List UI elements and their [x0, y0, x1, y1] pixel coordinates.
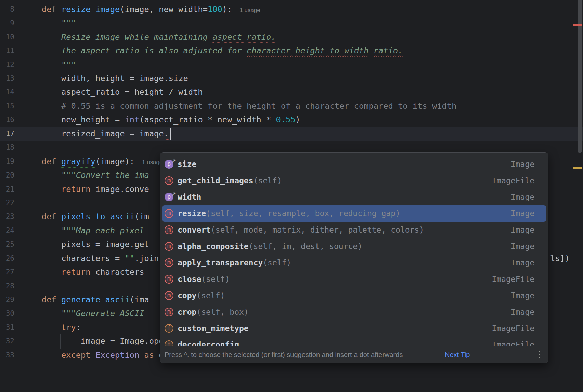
completion-item-type: ImageFile	[492, 320, 534, 337]
code-token: ):	[222, 4, 232, 14]
gutter-line-number[interactable]: 24	[0, 224, 41, 238]
code-token: width, height = image.size	[42, 74, 188, 83]
completion-item-params: (self)	[263, 258, 291, 267]
completion-item-close[interactable]: mclose(self)ImageFile	[162, 271, 546, 287]
gutter-line-number[interactable]: 16	[0, 113, 41, 127]
completion-item-size[interactable]: p↗sizeImage	[162, 156, 546, 172]
completion-item-type: Image	[511, 304, 534, 320]
completion-item-name: size	[178, 156, 196, 172]
code-token	[42, 184, 61, 194]
code-line-14[interactable]: aspect_ratio = height / width	[0, 85, 583, 99]
code-token: return	[61, 184, 91, 194]
gutter-line-number[interactable]: 25	[0, 237, 41, 251]
code-token: 100	[208, 4, 222, 14]
gutter-line-number[interactable]: 28	[0, 279, 41, 293]
gutter-line-number[interactable]: 19	[0, 155, 41, 169]
gutter-line-number[interactable]: 23	[0, 210, 41, 224]
property-arrow-icon: ↗	[171, 190, 176, 198]
property-icon: p↗	[165, 160, 173, 169]
completion-item-name: decoderconfig	[178, 337, 239, 346]
method-icon: m	[165, 242, 173, 251]
code-token: characters =	[42, 253, 125, 263]
code-line-13[interactable]: width, height = image.size	[0, 71, 583, 86]
next-tip-link[interactable]: Next Tip	[445, 346, 470, 363]
code-token: (aspect_ratio * new_width *	[139, 115, 276, 125]
gutter-line-number[interactable]: 27	[0, 265, 41, 279]
gutter-line-number[interactable]: 15	[0, 99, 41, 113]
code-line-16[interactable]: new_height = int(aspect_ratio * new_widt…	[0, 113, 583, 127]
completion-item-params: (self, im, dest, source)	[249, 242, 362, 251]
completion-item-get_child_images[interactable]: mget_child_images(self)ImageFile	[162, 172, 546, 189]
code-token: (image, new_width=	[120, 4, 208, 14]
completion-item-name: copy(self)	[178, 287, 225, 304]
scrollbar-thumb[interactable]	[578, 0, 582, 153]
gutter-line-number[interactable]: 30	[0, 306, 41, 321]
completion-item-params: (self)	[196, 291, 225, 300]
completion-item-type: ImageFile	[492, 271, 534, 287]
gutter-line-number[interactable]: 31	[0, 321, 41, 335]
gutter-line-number[interactable]: 18	[0, 141, 41, 155]
completion-item-type: ImageFile	[492, 172, 534, 189]
code-token: Exception	[95, 350, 139, 360]
code-line-12[interactable]: """	[0, 58, 583, 72]
gutter-line-number[interactable]: 17	[0, 127, 41, 141]
code-token	[56, 4, 61, 14]
completion-item-type: Image	[511, 238, 534, 254]
code-token	[42, 350, 61, 360]
method-icon: m	[165, 308, 173, 316]
completion-item-width[interactable]: p↗widthImage	[162, 189, 546, 205]
code-token	[56, 295, 61, 304]
code-tail-fragment: ls])	[550, 251, 570, 265]
more-options-icon[interactable]: ⋮	[535, 346, 543, 363]
gutter-line-number[interactable]: 22	[0, 196, 41, 210]
completion-item-name: resize(self, size, resample, box, reduci…	[178, 205, 400, 222]
gutter-line-number[interactable]: 14	[0, 85, 41, 99]
gutter-line-number[interactable]: 32	[0, 334, 41, 348]
code-token: return	[61, 267, 91, 277]
error-stripe-mark-red[interactable]	[573, 24, 582, 26]
code-line-10[interactable]: Resize image while maintaining aspect ra…	[0, 30, 583, 44]
gutter-line-number[interactable]: 10	[0, 30, 41, 44]
field-icon: f	[165, 340, 173, 346]
gutter-line-number[interactable]: 20	[0, 168, 41, 182]
code-token: as	[144, 350, 154, 360]
gutter-line-number[interactable]: 12	[0, 58, 41, 72]
code-token: int	[125, 115, 139, 125]
code-token	[42, 267, 61, 277]
gutter-line-number[interactable]: 29	[0, 293, 41, 307]
completion-item-type: Image	[511, 156, 534, 172]
completion-item-custom_mimetype[interactable]: fcustom_mimetypeImageFile	[162, 320, 546, 337]
method-icon: m	[165, 176, 173, 185]
completion-item-type: Image	[511, 254, 534, 271]
completion-item-apply_transparency[interactable]: mapply_transparency(self)Image	[162, 254, 546, 271]
method-icon: m	[165, 291, 173, 300]
code-token: def	[42, 295, 56, 304]
completion-item-convert[interactable]: mconvert(self, mode, matrix, dither, pal…	[162, 222, 546, 238]
code-token: """Map each pixel	[42, 226, 149, 235]
method-icon: m	[165, 258, 173, 267]
code-token: """Generate ASCII	[42, 309, 149, 318]
code-line-11[interactable]: The aspect ratio is also adjusted for ch…	[0, 44, 583, 58]
code-line-8[interactable]: def resize_image(image, new_width=100):1…	[0, 2, 583, 16]
code-line-17[interactable]: resized_image = image.	[0, 127, 583, 141]
gutter-line-number[interactable]: 21	[0, 182, 41, 196]
code-line-15[interactable]: # 0.55 is a common adjustment for the he…	[0, 99, 583, 113]
code-token: resized_image = image	[42, 129, 164, 139]
completion-item-type: Image	[511, 189, 534, 205]
gutter-line-number[interactable]: 8	[0, 2, 41, 16]
completion-item-copy[interactable]: mcopy(self)Image	[162, 287, 546, 304]
completion-item-alpha_composite[interactable]: malpha_composite(self, im, dest, source)…	[162, 238, 546, 254]
completion-item-resize[interactable]: mresize(self, size, resample, box, reduc…	[162, 205, 546, 222]
completion-item-crop[interactable]: mcrop(self, box)Image	[162, 304, 546, 320]
completion-item-decoderconfig[interactable]: fdecoderconfigImageFile	[162, 337, 546, 346]
gutter-line-number[interactable]: 9	[0, 16, 41, 30]
code-token: ratio.	[374, 46, 403, 55]
error-stripe-mark-yellow[interactable]	[573, 167, 582, 169]
gutter-line-number[interactable]: 33	[0, 348, 41, 362]
code-token: aspect ratio.	[212, 32, 276, 42]
gutter-line-number[interactable]: 13	[0, 71, 41, 86]
gutter-line-number[interactable]: 26	[0, 251, 41, 265]
completion-item-name: apply_transparency(self)	[178, 254, 291, 271]
code-line-9[interactable]: """	[0, 16, 583, 30]
gutter-line-number[interactable]: 11	[0, 44, 41, 58]
